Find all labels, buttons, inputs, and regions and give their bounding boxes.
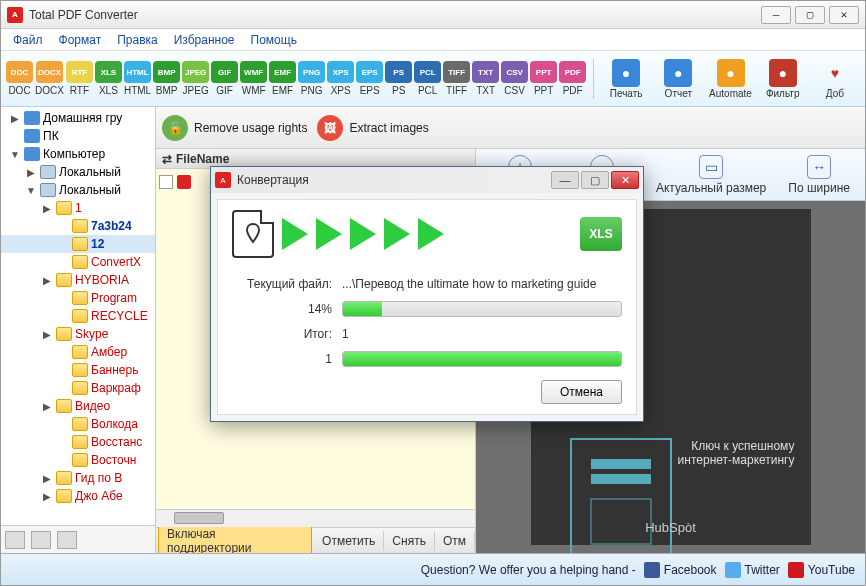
format-bmp[interactable]: BMPBMP xyxy=(153,61,180,96)
format-csv[interactable]: CSVCSV xyxy=(501,61,528,96)
cancel-button[interactable]: Отмена xyxy=(541,380,622,404)
format-emf[interactable]: EMFEMF xyxy=(269,61,296,96)
format-pcl[interactable]: PCLPCL xyxy=(414,61,441,96)
fit-width-button[interactable]: ↔По ширине xyxy=(788,155,850,195)
format-ps[interactable]: PSPS xyxy=(385,61,412,96)
tree-node[interactable]: Амбер xyxy=(1,343,155,361)
folder-icon xyxy=(72,417,88,431)
format-tiff[interactable]: TIFFTIFF xyxy=(443,61,470,96)
dialog-maximize-button[interactable]: ▢ xyxy=(581,171,609,189)
folder-icon xyxy=(72,453,88,467)
menu-help[interactable]: Помощь xyxy=(243,31,305,49)
expand-icon[interactable]: ▼ xyxy=(25,185,37,196)
tree-node[interactable]: 7a3b24 xyxy=(1,217,155,235)
tree-node[interactable]: RECYCLE xyxy=(1,307,155,325)
tree-node[interactable]: ConvertX xyxy=(1,253,155,271)
tree-node[interactable]: ▶Видео xyxy=(1,397,155,415)
tree-node[interactable]: ▶Skype xyxy=(1,325,155,343)
expand-icon[interactable]: ▶ xyxy=(41,203,53,214)
doc-subtitle: Ключ к успешному интернет-маркетингу xyxy=(678,439,795,467)
format-rtf[interactable]: RTFRTF xyxy=(66,61,93,96)
tree-node[interactable]: ▼Компьютер xyxy=(1,145,155,163)
extract-images-button[interactable]: 🖼 Extract images xyxy=(317,115,428,141)
tree-node[interactable]: Баннерь xyxy=(1,361,155,379)
tree-node[interactable]: ▶Джо Абе xyxy=(1,487,155,505)
dialog-close-button[interactable]: ✕ xyxy=(611,171,639,189)
menu-file[interactable]: Файл xyxy=(5,31,51,49)
youtube-link[interactable]: YouTube xyxy=(788,562,855,578)
scroll-thumb[interactable] xyxy=(174,512,224,524)
format-xps[interactable]: XPSXPS xyxy=(327,61,354,96)
format-jpeg[interactable]: JPEGJPEG xyxy=(182,61,209,96)
expand-icon[interactable]: ▶ xyxy=(41,329,53,340)
format-docx[interactable]: DOCXDOCX xyxy=(35,61,64,96)
like-button[interactable]: ♥Доб xyxy=(811,59,859,99)
tree-tool-icon[interactable] xyxy=(5,531,25,549)
format-html[interactable]: HTMLHTML xyxy=(124,61,151,96)
tree-node[interactable]: ▶Гид по В xyxy=(1,469,155,487)
actual-size-button[interactable]: ▭Актуальный размер xyxy=(656,155,766,195)
conversion-dialog: A Конвертация — ▢ ✕ XLS Текущий файл: ..… xyxy=(210,166,644,422)
expand-icon[interactable]: ▶ xyxy=(25,167,37,178)
tree-node[interactable]: ПК xyxy=(1,127,155,145)
tool-automate[interactable]: ●Automate xyxy=(706,59,754,99)
checkbox-icon[interactable] xyxy=(159,175,173,189)
menubar: Файл Формат Правка Избранное Помощь xyxy=(1,29,865,51)
folder-icon xyxy=(40,183,56,197)
expand-icon[interactable]: ▶ xyxy=(41,401,53,412)
format-badge-icon: PS xyxy=(385,61,412,83)
tree-node[interactable]: ▶Локальный xyxy=(1,163,155,181)
menu-edit[interactable]: Правка xyxy=(109,31,166,49)
format-gif[interactable]: GIFGIF xyxy=(211,61,238,96)
expand-icon[interactable]: ▶ xyxy=(41,275,53,286)
tree-node[interactable]: Варкраф xyxy=(1,379,155,397)
tree-node[interactable]: ▶HYBORIA xyxy=(1,271,155,289)
tree-tool-icon[interactable] xyxy=(57,531,77,549)
tree-node[interactable]: ▶Домашняя гру xyxy=(1,109,155,127)
menu-format[interactable]: Формат xyxy=(51,31,110,49)
facebook-link[interactable]: Facebook xyxy=(644,562,717,578)
youtube-label: YouTube xyxy=(808,563,855,577)
svg-rect-2 xyxy=(591,474,651,484)
expand-icon[interactable]: ▼ xyxy=(9,149,21,160)
minimize-button[interactable]: — xyxy=(761,6,791,24)
svg-rect-3 xyxy=(591,499,651,544)
tab-uncheck[interactable]: Снять xyxy=(384,531,435,551)
tree-node[interactable]: ▶1 xyxy=(1,199,155,217)
tree-node[interactable]: Program xyxy=(1,289,155,307)
menu-favorites[interactable]: Избранное xyxy=(166,31,243,49)
pdf-file-icon xyxy=(177,175,191,189)
tree-node[interactable]: Восстанс xyxy=(1,433,155,451)
format-pdf[interactable]: PDFPDF xyxy=(559,61,586,96)
expand-icon[interactable]: ▶ xyxy=(41,491,53,502)
twitter-label: Twitter xyxy=(745,563,780,577)
format-txt[interactable]: TXTTXT xyxy=(472,61,499,96)
format-xls[interactable]: XLSXLS xyxy=(95,61,122,96)
expand-icon[interactable]: ▶ xyxy=(41,473,53,484)
tree-body[interactable]: ▶Домашняя груПК▼Компьютер▶Локальный▼Лока… xyxy=(1,107,155,525)
horizontal-scrollbar[interactable] xyxy=(156,509,475,527)
format-eps[interactable]: EPSEPS xyxy=(356,61,383,96)
tree-node[interactable]: ▼Локальный xyxy=(1,181,155,199)
dialog-minimize-button[interactable]: — xyxy=(551,171,579,189)
maximize-button[interactable]: ▢ xyxy=(795,6,825,24)
tab-mark[interactable]: Отм xyxy=(435,531,475,551)
tool-отчет[interactable]: ●Отчет xyxy=(654,59,702,99)
tree-tool-icon[interactable] xyxy=(31,531,51,549)
close-button[interactable]: ✕ xyxy=(829,6,859,24)
format-doc[interactable]: DOCDOC xyxy=(6,61,33,96)
tool-фильтр[interactable]: ●Фильтр xyxy=(759,59,807,99)
remove-rights-button[interactable]: 🔓 Remove usage rights xyxy=(162,115,307,141)
twitter-link[interactable]: Twitter xyxy=(725,562,780,578)
tree-node[interactable]: 12 xyxy=(1,235,155,253)
format-ppt[interactable]: PPTPPT xyxy=(530,61,557,96)
format-wmf[interactable]: WMFWMF xyxy=(240,61,267,96)
like-label: Доб xyxy=(826,88,844,99)
tab-check[interactable]: Отметить xyxy=(314,531,384,551)
tree-node[interactable]: Восточн xyxy=(1,451,155,469)
format-badge-icon: TIFF xyxy=(443,61,470,83)
expand-icon[interactable]: ▶ xyxy=(9,113,21,124)
format-png[interactable]: PNGPNG xyxy=(298,61,325,96)
tool-печать[interactable]: ●Печать xyxy=(602,59,650,99)
tree-node[interactable]: Волкода xyxy=(1,415,155,433)
